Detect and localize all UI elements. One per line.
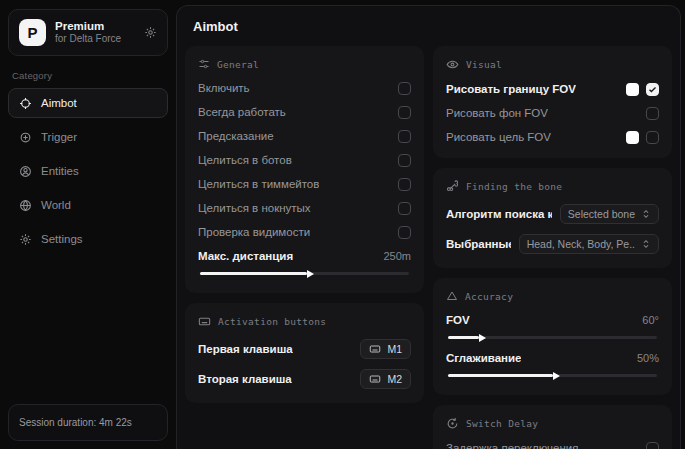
slider-thumb[interactable] (479, 334, 486, 342)
chevron-up-down-icon (641, 239, 651, 249)
sidebar-item-aimbot[interactable]: Aimbot (8, 88, 168, 118)
max-distance-slider-group: Макс. дистанция 250m (198, 249, 411, 275)
fov-target-color-swatch[interactable] (626, 131, 639, 144)
fov-value: 60° (642, 314, 659, 326)
activation-buttons-panel: Activation buttons Первая клавиша M1 Вто… (185, 303, 424, 403)
fov-border-color-swatch[interactable] (626, 83, 639, 96)
panel-title: Activation buttons (218, 316, 326, 327)
sliders-icon (198, 58, 210, 70)
setting-row-visibility-check: Проверка видимости (198, 225, 411, 239)
timer-icon (446, 417, 459, 430)
sidebar-item-label: Aimbot (41, 97, 77, 109)
user-circle-icon (19, 165, 32, 178)
premium-title: Premium (55, 19, 135, 33)
always-work-checkbox[interactable] (398, 106, 411, 119)
selected-bones-row: Выбранные кос Head, Neck, Body, Pe.. (446, 234, 659, 254)
globe-icon (19, 199, 32, 212)
slider-thumb[interactable] (307, 270, 314, 278)
bone-algorithm-row: Алгоритм поиска кост Selected bone (446, 204, 659, 224)
check-icon (648, 85, 657, 94)
keyboard-icon (369, 373, 381, 385)
smoothing-slider-group: Сглаживание 50% (446, 351, 659, 377)
crosshair-icon (19, 97, 32, 110)
first-key-row: Первая клавиша M1 (198, 339, 411, 359)
sidebar: P Premium for Delta Force Category Aimbo… (0, 0, 176, 449)
fov-border-checkbox[interactable] (646, 83, 659, 96)
setting-row-enable: Включить (198, 81, 411, 95)
max-distance-slider[interactable] (200, 272, 409, 275)
enable-checkbox[interactable] (398, 82, 411, 95)
triangle-icon (446, 290, 458, 302)
panel-title: Accuracy (465, 291, 513, 302)
sidebar-item-label: World (41, 199, 71, 211)
switch-delay-checkbox[interactable] (646, 442, 659, 449)
accuracy-panel: Accuracy FOV 60° Сглаживание (433, 278, 672, 395)
premium-subtitle: for Delta Force (55, 33, 135, 46)
main-panel: Aimbot General Включить Всегда работать (176, 5, 681, 449)
panel-title: Finding the bone (466, 181, 562, 192)
app-logo: P (19, 19, 46, 46)
slider-thumb[interactable] (553, 372, 560, 380)
fov-slider-group: FOV 60° (446, 313, 659, 339)
finding-bone-panel: Finding the bone Алгоритм поиска кост Se… (433, 168, 672, 268)
prediction-checkbox[interactable] (398, 130, 411, 143)
panel-title: Visual (466, 59, 502, 70)
first-key-button[interactable]: M1 (360, 339, 411, 359)
fov-background-checkbox[interactable] (646, 107, 659, 120)
panel-title: Switch Delay (466, 418, 538, 429)
gear-icon (19, 233, 32, 246)
fov-slider[interactable] (448, 336, 657, 339)
bone-algorithm-dropdown[interactable]: Selected bone (560, 204, 659, 224)
sidebar-item-entities[interactable]: Entities (8, 156, 168, 186)
general-panel: General Включить Всегда работать Предска… (185, 46, 424, 293)
sidebar-item-label: Settings (41, 233, 83, 245)
setting-row-prediction: Предсказание (198, 129, 411, 143)
fov-target-checkbox[interactable] (646, 131, 659, 144)
premium-card: P Premium for Delta Force (8, 9, 168, 56)
category-label: Category (12, 70, 164, 81)
target-knocked-checkbox[interactable] (398, 202, 411, 215)
selected-bones-dropdown[interactable]: Head, Neck, Body, Pe.. (519, 234, 659, 254)
setting-row-always-work: Всегда работать (198, 105, 411, 119)
smoothing-value: 50% (637, 352, 659, 364)
keyboard-icon (369, 343, 381, 355)
switch-delay-enable-row: Задержка переключения (446, 441, 659, 449)
smoothing-slider[interactable] (448, 374, 657, 377)
switch-delay-panel: Switch Delay Задержка переключения Задер… (433, 405, 672, 449)
session-duration: Session duration: 4m 22s (8, 404, 168, 441)
visual-panel: Visual Рисовать границу FOV Рисовать фон… (433, 46, 672, 158)
second-key-button[interactable]: M2 (360, 369, 411, 389)
max-distance-value: 250m (383, 250, 411, 262)
gear-icon[interactable] (144, 26, 157, 39)
sidebar-item-label: Trigger (41, 131, 77, 143)
panel-title: General (217, 59, 259, 70)
fov-background-row: Рисовать фон FOV (446, 106, 659, 120)
page-title: Aimbot (193, 19, 664, 34)
keyboard-icon (198, 315, 211, 328)
target-bots-checkbox[interactable] (398, 154, 411, 167)
target-teammates-checkbox[interactable] (398, 178, 411, 191)
sidebar-item-trigger[interactable]: Trigger (8, 122, 168, 152)
chevron-up-down-icon (641, 209, 651, 219)
setting-row-target-bots: Целиться в ботов (198, 153, 411, 167)
setting-row-target-knocked: Целиться в нокнутых (198, 201, 411, 215)
fov-border-row: Рисовать границу FOV (446, 82, 659, 96)
sidebar-item-world[interactable]: World (8, 190, 168, 220)
sidebar-item-settings[interactable]: Settings (8, 224, 168, 254)
sidebar-item-label: Entities (41, 165, 79, 177)
scope-icon (19, 131, 32, 144)
visibility-check-checkbox[interactable] (398, 226, 411, 239)
bone-icon (446, 180, 459, 193)
fov-target-row: Рисовать цель FOV (446, 130, 659, 144)
second-key-row: Вторая клавиша M2 (198, 369, 411, 389)
setting-row-target-teammates: Целиться в тиммейтов (198, 177, 411, 191)
eye-icon (446, 58, 459, 71)
